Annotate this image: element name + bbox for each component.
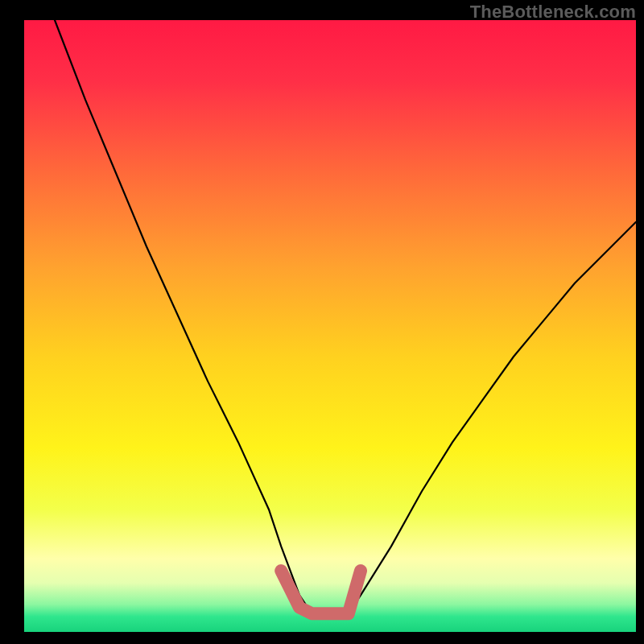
watermark-text: TheBottleneck.com: [470, 2, 636, 23]
chart-container: TheBottleneck.com: [0, 0, 644, 644]
gradient-background: [24, 20, 636, 632]
bottleneck-chart: [0, 0, 644, 644]
